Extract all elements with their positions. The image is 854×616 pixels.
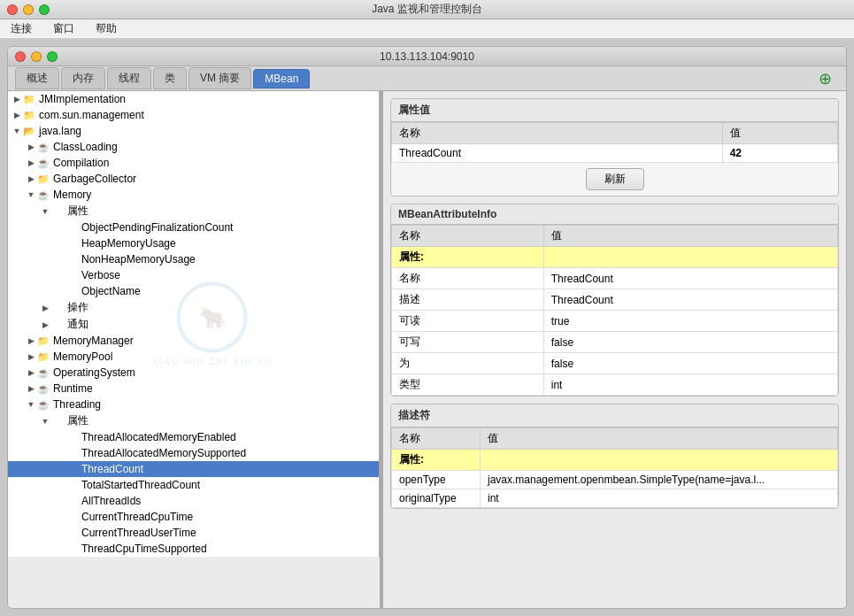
table-row[interactable]: 类型int	[392, 374, 838, 396]
tree-item-threadcpusupported[interactable]: ThreadCpuTimeSupported	[8, 541, 379, 557]
toggle-runtime[interactable]	[26, 383, 36, 394]
tree-item-jmimplementation[interactable]: 📁 JMImplementation	[8, 91, 379, 107]
table-row[interactable]: ThreadCount 42	[392, 144, 838, 163]
table-row[interactable]: 属性:	[392, 450, 838, 471]
menu-connect[interactable]: 连接	[7, 19, 35, 38]
inner-minimize-button[interactable]	[31, 51, 42, 62]
table-row[interactable]: 属性:	[392, 247, 838, 268]
tree-item-threading-props[interactable]: 属性	[8, 412, 379, 429]
tree-item-memory[interactable]: ☕ Memory	[8, 187, 379, 203]
toggle-compilation[interactable]	[26, 158, 36, 168]
tab-mbean[interactable]: MBean	[253, 69, 310, 89]
mbean-attr-title: MBeanAttributeInfo	[391, 204, 838, 225]
toggle-currentcpu	[54, 512, 65, 522]
table-row[interactable]: 为false	[392, 353, 838, 374]
table-row[interactable]: openTypejavax.management.openmbean.Simpl…	[392, 471, 838, 489]
tree-item-objpending[interactable]: ObjectPendingFinalizationCount	[8, 219, 379, 235]
mbean-attr-section: MBeanAttributeInfo 名称 值 属性:名称ThreadCount…	[390, 204, 839, 397]
tree-item-os[interactable]: ☕ OperatingSystem	[8, 365, 379, 381]
tree-item-gc[interactable]: 📁 GarbageCollector	[8, 171, 379, 187]
maximize-button[interactable]	[39, 4, 50, 15]
descriptor-header-value: 值	[480, 428, 837, 450]
toggle-memory-ops[interactable]	[40, 303, 50, 313]
toggle-comsun[interactable]	[12, 110, 22, 120]
toggle-os[interactable]	[26, 367, 36, 378]
toggle-javalang[interactable]	[12, 126, 22, 136]
toggle-threading[interactable]	[26, 399, 36, 410]
tree-item-currentcpu[interactable]: CurrentThreadCpuTime	[8, 509, 379, 525]
table-row[interactable]: originalTypeint	[392, 489, 838, 508]
label-verbose: Verbose	[81, 269, 120, 281]
toggle-memorypool[interactable]	[26, 351, 36, 362]
label-threading-props: 属性	[67, 413, 88, 428]
tree-item-nonheap[interactable]: NonHeapMemoryUsage	[8, 251, 379, 267]
toggle-gc[interactable]	[26, 173, 36, 184]
tree-item-memory-notify[interactable]: 通知	[8, 316, 379, 333]
window-controls[interactable]	[7, 4, 50, 15]
menu-window[interactable]: 窗口	[50, 19, 78, 38]
tree-item-memorymgr[interactable]: 📁 MemoryManager	[8, 333, 379, 349]
mbean-attr-header-name: 名称	[392, 226, 544, 247]
toggle-threadcpusupported	[54, 543, 65, 554]
table-row[interactable]: 可写false	[392, 332, 838, 353]
tree-item-heapmemory[interactable]: HeapMemoryUsage	[8, 235, 379, 251]
close-button[interactable]	[7, 4, 18, 15]
desc-name-0: 属性:	[392, 450, 481, 471]
minimize-button[interactable]	[23, 4, 34, 15]
tree-item-compilation[interactable]: ☕ Compilation	[8, 155, 379, 171]
inner-window: 10.13.113.104:9010 概述 内存 线程 类 VM 摘要 MBea…	[7, 46, 847, 609]
attr-value-header-name: 名称	[392, 123, 723, 144]
tree-item-thread-alloc-enabled[interactable]: ThreadAllocatedMemoryEnabled	[8, 429, 379, 445]
descriptor-table: 名称 值 属性:openTypejavax.management.openmbe…	[391, 427, 838, 508]
tree-item-totalstarted[interactable]: TotalStartedThreadCount	[8, 477, 379, 493]
tree-item-runtime[interactable]: ☕ Runtime	[8, 381, 379, 397]
tree-item-memorypool[interactable]: 📁 MemoryPool	[8, 349, 379, 365]
label-objpending: ObjectPendingFinalizationCount	[81, 221, 233, 234]
tree-panel: 📁 JMImplementation 📁 com.sun.management …	[8, 91, 380, 557]
toggle-jmimplementation[interactable]	[12, 94, 22, 104]
tab-threads[interactable]: 线程	[107, 67, 151, 89]
table-row[interactable]: 名称ThreadCount	[392, 268, 838, 289]
tree-item-javalang[interactable]: 📂 java.lang	[8, 123, 379, 139]
tree-item-threadcount[interactable]: ThreadCount	[8, 461, 379, 477]
tree-item-classloading[interactable]: ☕ ClassLoading	[8, 139, 379, 155]
desc-val-1: javax.management.openmbean.SimpleType(na…	[480, 471, 837, 489]
toggle-classloading[interactable]	[26, 142, 36, 152]
tree-item-memory-props[interactable]: 属性	[8, 203, 379, 219]
tab-memory[interactable]: 内存	[61, 67, 105, 89]
toggle-memory[interactable]	[26, 189, 36, 200]
folder-icon: 📁	[22, 93, 36, 105]
tree-item-verbose[interactable]: Verbose	[8, 267, 379, 283]
attr-value-name-0: ThreadCount	[392, 144, 723, 163]
tree-item-currentuser[interactable]: CurrentThreadUserTime	[8, 525, 379, 541]
tree-item-thread-alloc-supported[interactable]: ThreadAllocatedMemorySupported	[8, 445, 379, 461]
tree-item-memory-ops[interactable]: 操作	[8, 299, 379, 316]
table-row[interactable]: 可读true	[392, 311, 838, 332]
inner-maximize-button[interactable]	[47, 51, 58, 62]
inner-title-bar: 10.13.113.104:9010	[8, 47, 846, 66]
menu-help[interactable]: 帮助	[92, 19, 120, 38]
toggle-nonheap	[54, 254, 65, 265]
toggle-memory-notify[interactable]	[40, 320, 50, 330]
label-memory: Memory	[53, 189, 91, 201]
mbean-attr-name-1: 名称	[392, 268, 544, 289]
toggle-allthreadids	[54, 496, 65, 506]
tree-item-threading[interactable]: ☕ Threading	[8, 397, 379, 412]
tab-overview[interactable]: 概述	[15, 67, 59, 89]
toggle-memorymgr[interactable]	[26, 335, 36, 346]
refresh-button[interactable]: 刷新	[586, 168, 644, 190]
tree-item-allthreadids[interactable]: AllThreadIds	[8, 493, 379, 509]
inner-close-button[interactable]	[15, 51, 26, 62]
toggle-memory-props[interactable]	[40, 206, 50, 217]
inner-window-controls[interactable]	[15, 51, 58, 62]
tree-item-comsun[interactable]: 📁 com.sun.management	[8, 107, 379, 123]
table-row[interactable]: 描述ThreadCount	[392, 289, 838, 311]
label-threadcount: ThreadCount	[81, 463, 143, 475]
attr-value-title: 属性值	[391, 99, 838, 122]
tab-vm[interactable]: VM 摘要	[188, 67, 251, 89]
tab-classes[interactable]: 类	[153, 67, 187, 89]
tree-item-objectname[interactable]: ObjectName	[8, 283, 379, 299]
label-thread-alloc-supported: ThreadAllocatedMemorySupported	[81, 447, 246, 459]
toggle-threading-props[interactable]	[40, 416, 50, 427]
leaf-icon-threadcpusupported	[65, 543, 79, 555]
